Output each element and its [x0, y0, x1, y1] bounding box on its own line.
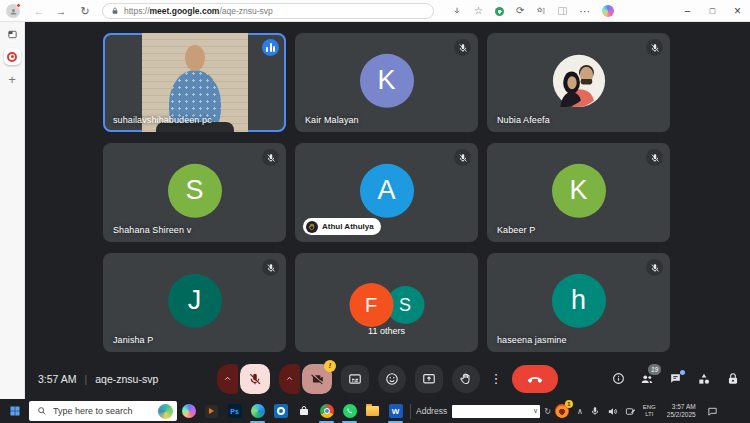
people-icon[interactable]: 19 [640, 372, 654, 386]
camera-options-chevron[interactable] [279, 364, 300, 394]
hand-raised-name: Athul Athulya [322, 222, 374, 231]
address-go-icon[interactable]: ↻ [544, 407, 551, 416]
taskbar-photoshop-icon[interactable]: Ps [223, 399, 246, 423]
refresh-icon[interactable]: ↻ [76, 0, 94, 22]
mic-muted-icon [262, 259, 279, 276]
forward-icon[interactable]: → [52, 0, 70, 22]
download-icon[interactable] [452, 6, 462, 16]
mic-muted-icon [262, 149, 279, 166]
taskbar: Type here to search Ps W Address ∨ ↻ 1 ∧… [0, 399, 750, 423]
address-toolbar-input[interactable]: ∨ [452, 405, 540, 418]
more-options-icon[interactable]: ⋮ [489, 371, 503, 386]
people-count-badge: 19 [648, 364, 661, 375]
split-screen-icon [558, 7, 567, 15]
settings-more-icon[interactable]: ⋯ [579, 6, 590, 17]
browser-toolbar: ← → ↻ https://meet.google.com/aqe-znsu-s… [0, 0, 750, 22]
participant-name: Nubia Afeefa [497, 115, 550, 125]
participant-name: haseena jasmine [497, 335, 567, 345]
tile-shahana-shireen[interactable]: S Shahana Shireen v [103, 143, 286, 242]
video-grid: suhailavshihabudeen pc K Kair Malayan Nu… [103, 33, 670, 352]
extension-icon-green[interactable] [495, 7, 504, 16]
mic-muted-icon [646, 149, 663, 166]
taskbar-edge-icon[interactable] [246, 399, 269, 423]
new-tab-icon[interactable]: + [8, 73, 16, 86]
meeting-info: 3:57 AM | aqe-znsu-svp [38, 373, 158, 385]
mic-options-chevron[interactable] [217, 364, 238, 394]
avatar: F [349, 283, 393, 327]
camera-toggle-button[interactable]: ! [302, 364, 332, 394]
tray-volume-icon[interactable] [607, 406, 618, 417]
tile-others[interactable]: F S 11 others [295, 253, 478, 352]
mic-toggle-button[interactable] [240, 364, 270, 394]
tile-kair-malayan[interactable]: K Kair Malayan [295, 33, 478, 132]
avatar: A [360, 163, 414, 217]
language-indicator[interactable]: ENGLTI [643, 404, 656, 419]
taskbar-whatsapp-icon[interactable] [338, 399, 361, 423]
taskbar-word-icon[interactable]: W [384, 399, 407, 423]
end-call-button[interactable] [512, 365, 558, 393]
extension-icon-refresh[interactable]: ⟳ [516, 6, 524, 16]
toolbar-icon-row: ☆ ⟳ ⋯ [452, 0, 614, 22]
taskbar-chrome-icon[interactable] [315, 399, 338, 423]
speaking-indicator-icon [262, 39, 279, 56]
participant-name: Kabeer P [497, 225, 535, 235]
chat-icon[interactable] [669, 372, 682, 385]
camera-control-group: ! [279, 364, 332, 394]
taskbar-search[interactable]: Type here to search [29, 401, 177, 421]
raise-hand-button[interactable] [452, 365, 480, 393]
avatar: K [360, 53, 414, 107]
restore-button[interactable]: □ [700, 0, 725, 22]
taskbar-explorer-icon[interactable] [361, 399, 384, 423]
tile-haseena-jasmine[interactable]: h haseena jasmine [487, 253, 670, 352]
tray-expand-icon[interactable]: ∧ [577, 407, 583, 416]
taskbar-clock[interactable]: 3:57 AM25/2/2025 [667, 403, 696, 420]
avatar: K [552, 163, 606, 217]
taskbar-store-icon[interactable] [292, 399, 315, 423]
favorites-bar-icon[interactable] [536, 6, 546, 16]
minimize-button[interactable]: − [675, 0, 700, 22]
photo-avatar [552, 53, 606, 107]
copilot-icon[interactable] [602, 5, 614, 17]
screen-record-icon[interactable] [4, 48, 21, 65]
activities-icon[interactable] [697, 372, 711, 386]
tray-pen-icon[interactable] [625, 406, 636, 417]
system-tray: ∧ ENGLTI 3:57 AM25/2/2025 [577, 403, 718, 420]
profile-notification-dot [16, 3, 21, 8]
meet-page: suhailavshihabudeen pc K Kair Malayan Nu… [25, 22, 750, 399]
close-button[interactable]: × [725, 0, 750, 22]
meeting-details-icon[interactable] [612, 372, 625, 385]
notification-app-icon[interactable]: 1 [555, 404, 569, 418]
taskbar-media-icon[interactable] [200, 399, 223, 423]
tile-janisha-p[interactable]: J Janisha P [103, 253, 286, 352]
avatar: S [168, 163, 222, 217]
camera-alert-badge: ! [324, 360, 336, 372]
others-count-label: 11 others [295, 326, 478, 336]
start-button[interactable] [0, 399, 29, 423]
present-button[interactable] [415, 365, 443, 393]
tile-kabeer-p[interactable]: K Kabeer P [487, 143, 670, 242]
browser-profile-avatar[interactable] [6, 4, 20, 18]
favorite-star-icon[interactable]: ☆ [474, 6, 483, 16]
meet-control-bar: 3:57 AM | aqe-znsu-svp ! [25, 358, 750, 399]
dropdown-chevron-icon[interactable]: ∨ [533, 407, 538, 415]
captions-button[interactable] [341, 365, 369, 393]
address-bar[interactable]: https://meet.google.com/aqe-znsu-svp [102, 3, 434, 19]
action-center-icon[interactable] [707, 406, 718, 417]
host-controls-icon[interactable] [726, 372, 740, 386]
reactions-button[interactable] [378, 365, 406, 393]
tile-athul-athulya[interactable]: A Athul Athulya [295, 143, 478, 242]
search-icon [37, 406, 47, 416]
divider [410, 404, 411, 419]
lock-icon [111, 7, 119, 15]
tray-mic-icon[interactable] [590, 406, 600, 416]
meeting-code: aqe-znsu-svp [95, 373, 158, 385]
tab-preview-icon[interactable] [7, 29, 18, 40]
meeting-time: 3:57 AM [38, 373, 77, 385]
tile-suhailavshihabudeen[interactable]: suhailavshihabudeen pc [103, 33, 286, 132]
back-icon[interactable]: ← [30, 0, 48, 22]
taskbar-copilot-icon[interactable] [177, 399, 200, 423]
others-avatars: F S [349, 283, 424, 327]
call-controls: ! ⋮ [217, 364, 558, 394]
taskbar-outlook-icon[interactable] [269, 399, 292, 423]
tile-nubia-afeefa[interactable]: Nubia Afeefa [487, 33, 670, 132]
